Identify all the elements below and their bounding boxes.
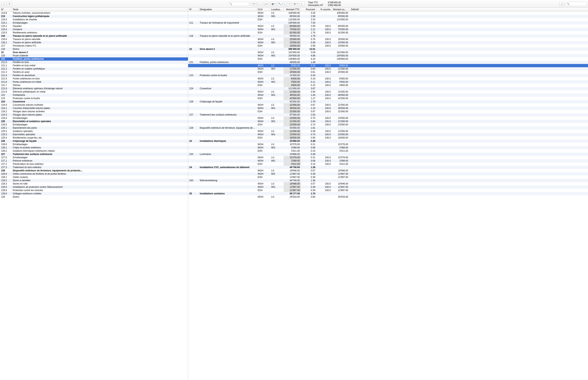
right-row[interactable]: WGHLG8'000.000.24100.08'000.00 xyxy=(188,64,588,67)
right-row[interactable]: WGHWG21'000.000.64100.021'000.00 xyxy=(188,120,588,123)
edit-button[interactable]: ✎ xyxy=(7,1,12,6)
left-row[interactable]: 216.0Travaux en pierre naturelle xyxy=(0,38,188,41)
left-row[interactable]: 215.1Echafaudages xyxy=(0,21,188,24)
left-row[interactable]: 227Traitement des surfaces extérieures xyxy=(0,153,188,156)
pencil-dropdown-button[interactable]: ✎▼ xyxy=(252,1,258,6)
right-row[interactable]: WGHLG84'000.002.55100.084'000.00 xyxy=(188,24,588,28)
col-no[interactable]: N° xyxy=(0,8,12,11)
left-row[interactable]: 221.5Portes extérieures en bois xyxy=(0,77,188,80)
right-row[interactable]: WGHWG3'500.000.11100.03'500.00 xyxy=(188,80,588,84)
left-row[interactable]: 221Fenêtres, portes extérieures xyxy=(0,57,188,61)
left-row[interactable]: 224.1Couches d'étanchéité toitures plate… xyxy=(0,107,188,110)
left-row[interactable]: 222Ferblanterie xyxy=(0,94,188,97)
right-row[interactable]: ESH3'421.000.10100.03'421.00 xyxy=(188,162,588,166)
right-row[interactable]: WGHWG48'000.001.45100.048'000.00 xyxy=(188,94,588,97)
right-row[interactable]: ESH18'000.000.55100.018'000.00 xyxy=(188,136,588,139)
left-row[interactable]: 214.6Toitures inclinées, sousconstructio… xyxy=(0,11,188,15)
left-row[interactable]: 226Crépissage de façade xyxy=(0,139,188,143)
right-row[interactable]: 243Wärmeverteilung44'740.001.36 xyxy=(188,179,588,182)
right-row[interactable]: WGHWG2'089.000.06100.02'089.00 xyxy=(188,159,588,162)
right-row[interactable]: ESH110'000.003.33110'000.00 xyxy=(188,18,588,21)
right-row[interactable]: ESH19'000.000.58100.019'000.00 xyxy=(188,44,588,48)
right-row[interactable]: WGHLG102'000.003.09102'000.00 xyxy=(188,51,588,54)
left-row[interactable]: 225Etanchéités et isolations spéciales xyxy=(0,120,188,123)
left-row[interactable]: 221.7Vitrines xyxy=(0,84,188,87)
table-view-button[interactable]: ▦▼ xyxy=(271,1,277,6)
left-row[interactable]: 228.3Stores en toile xyxy=(0,182,188,186)
left-row[interactable]: 217Fermetures d'abris P.C. xyxy=(0,44,188,48)
tools-button[interactable]: 🔧▼ xyxy=(277,1,284,6)
left-row[interactable]: 225.0Echafaudages xyxy=(0,123,188,126)
left-row[interactable]: 215.4Ossature xyxy=(0,28,188,31)
left-row[interactable]: 225.4Revêtements coupe-feu, etc. xyxy=(0,136,188,139)
right-row[interactable]: 216Travaux en pierre naturelle et en pie… xyxy=(188,34,588,38)
left-row[interactable]: 221.0Fenêtre en bois xyxy=(0,61,188,64)
right-row[interactable]: WGHWG38'000.001.15100.038'000.00 xyxy=(188,107,588,110)
col-localisation[interactable]: Localisation xyxy=(270,8,284,11)
add-button[interactable]: ＋ xyxy=(1,1,6,6)
right-row[interactable]: WGHLG10'376.000.3110'376.00 xyxy=(188,143,588,146)
right-row[interactable]: 233Luminaires15'886.000.48 xyxy=(188,153,588,156)
left-row[interactable]: 224.0Couvertures toitures inclinées xyxy=(0,103,188,107)
right-row[interactable]: WGHWG85'000.002.5885'000.00 xyxy=(188,15,588,18)
right-row[interactable]: WGHWG23'000.000.70100.023'000.00 xyxy=(188,133,588,136)
right-row[interactable]: 224Couverture121'000.003.67 xyxy=(188,87,588,90)
left-row[interactable]: 227.2Préservation du bois extérieur xyxy=(0,162,188,166)
left-row[interactable]: 216Travaux en pierre naturelle et en pie… xyxy=(0,34,188,38)
right-row[interactable]: ESH23'000.000.70100.023'000.00 xyxy=(188,123,588,126)
right-row[interactable]: WGHLG23'000.000.70100.023'000.00 xyxy=(188,116,588,120)
right-row[interactable]: WGHWG12'897.000.3912'897.00 xyxy=(188,172,588,176)
right-row[interactable]: ESH32'000.000.97100.032'000.00 xyxy=(188,110,588,113)
right-row[interactable]: WGHLG18'946.000.5718'946.00 xyxy=(188,169,588,172)
right-row[interactable]: WGHLG10'376.000.31100.010'376.00 xyxy=(188,156,588,159)
left-row[interactable]: 228.6Grillages extérieurs mobiles xyxy=(0,192,188,195)
settings-button[interactable]: ⚙▼ xyxy=(293,1,299,6)
right-row[interactable]: 25Installations sanitaires56'177.001.70 xyxy=(188,192,588,195)
right-row[interactable]: ESH12'897.000.39100.012'897.00 xyxy=(188,189,588,192)
col-montant-ttc[interactable]: Montant TTC xyxy=(284,8,301,11)
right-row[interactable]: WGHLG26'534.000.8026'534.00 xyxy=(188,195,588,199)
right-row[interactable]: ESH3'421.000.103'421.00 xyxy=(188,149,588,153)
col-no[interactable]: N° xyxy=(188,8,199,11)
left-search[interactable]: 🔍 xyxy=(228,2,249,6)
right-row[interactable]: 23Installations électriques15'886.000.48 xyxy=(188,139,588,143)
right-row[interactable]: 24Installations CVC, automatismes du bât… xyxy=(188,166,588,169)
left-row[interactable]: 215.2Façades xyxy=(0,24,188,28)
right-row[interactable]: WGHWG12'897.000.39100.012'897.00 xyxy=(188,186,588,189)
right-row[interactable]: 226Crépissage de façade92'000.002.79 xyxy=(188,100,588,103)
right-row[interactable]: 228Dispositifs extérieurs de fermeture, … xyxy=(188,126,588,130)
right-row[interactable]: WGHWG21'000.000.64100.021'000.00 xyxy=(188,67,588,71)
left-row[interactable]: 224.4Echafaudages xyxy=(0,116,188,120)
left-row[interactable]: 224.2Vitrages dans toitures inclinées xyxy=(0,110,188,113)
col-definitif[interactable]: Définitif xyxy=(349,8,360,11)
right-row[interactable]: ESH4'800.000.15100.04'800.00 xyxy=(188,84,588,87)
filter-button[interactable]: ⎄▼ xyxy=(264,1,269,6)
right-search[interactable]: 🔍 xyxy=(566,2,587,6)
left-row[interactable]: 227.0Echafaudages xyxy=(0,156,188,159)
left-row[interactable]: 221.2Fenêtre en matière synthétique xyxy=(0,67,188,71)
left-row[interactable]: 229Divers xyxy=(0,195,188,199)
left-row[interactable]: 225.1Etanchement des joints xyxy=(0,126,188,130)
right-row[interactable]: ESH20'000.000.61100.020'000.00 xyxy=(188,71,588,74)
right-row[interactable]: ESH42'000.001.27100.042'000.00 xyxy=(188,97,588,100)
left-row[interactable]: 226.0Echafaudages xyxy=(0,143,188,146)
col-designation[interactable]: Désignation xyxy=(199,8,257,11)
left-row[interactable]: 227.3Traitement du bois extérieur xyxy=(0,166,188,169)
left-grid[interactable]: N° Texte 214.6Toitures inclinées, sousco… xyxy=(0,8,188,380)
right-row[interactable]: 227Traitement des surfaces extérieures67… xyxy=(188,113,588,116)
right-row[interactable]: 221Fenêtres, portes extérieures49'000.00… xyxy=(188,61,588,64)
col-montant-soumis[interactable]: Montant sou… xyxy=(332,8,349,11)
right-row[interactable]: WGHLG109'000.003.30109'000.00 xyxy=(188,11,588,15)
right-row[interactable]: WGHLG31'000.000.94100.031'000.00 xyxy=(188,90,588,94)
left-row[interactable]: 228.2Stores à lamelles xyxy=(0,179,188,182)
left-row[interactable]: 225.3Etanchéités spéciales xyxy=(0,133,188,136)
left-row[interactable]: 221.1Fenêtre en bois-métal xyxy=(0,64,188,67)
left-row[interactable]: 228.1Volets roulants xyxy=(0,176,188,179)
left-row[interactable]: 227.1Peinture extérieure xyxy=(0,159,188,162)
col-pct-soumis[interactable]: % soumis xyxy=(316,8,332,11)
left-row[interactable]: 216.1Travaux en pierre artificielle xyxy=(0,41,188,44)
right-row[interactable]: ESH12'897.000.3912'897.00 xyxy=(188,176,588,179)
right-grid[interactable]: N° Désignation OUV Localisation Montant … xyxy=(188,8,588,380)
left-row[interactable]: 224.3Vitrages dans toitures plates xyxy=(0,113,188,116)
left-row[interactable]: 228.5Protection contre les insectes xyxy=(0,189,188,192)
